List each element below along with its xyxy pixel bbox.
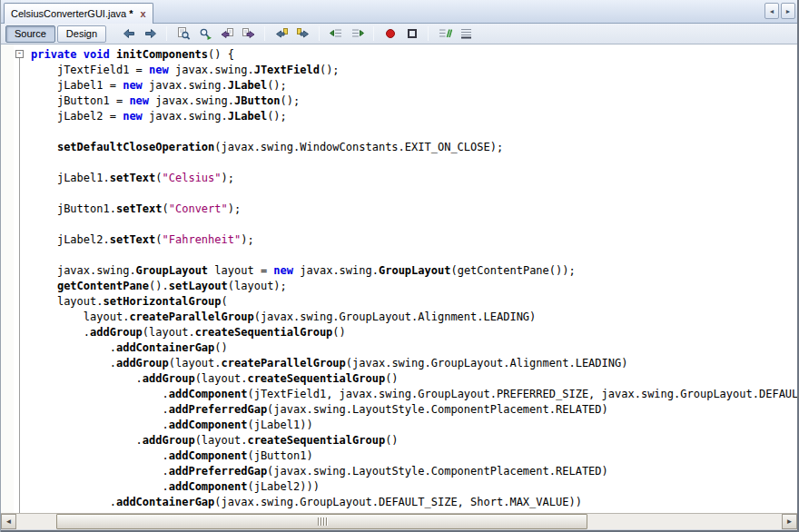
code-line[interactable]: .addComponent(jButton1) [31, 448, 797, 464]
tab-close-icon[interactable]: x [140, 9, 145, 18]
code-line[interactable]: jButton1 = new javax.swing.JButton(); [31, 94, 797, 109]
stop-macro-icon[interactable] [402, 25, 421, 43]
toolbar-icon-strip [119, 25, 476, 43]
code-line[interactable]: jLabel1 = new javax.swing.JLabel(); [31, 78, 797, 94]
record-macro-icon[interactable] [380, 25, 400, 43]
code-line[interactable]: .addPreferredGap(javax.swing.LayoutStyle… [31, 402, 797, 418]
tab-scroll-right-button[interactable]: ► [781, 3, 795, 19]
code-area[interactable]: private void initComponents() { jTextFie… [31, 44, 797, 510]
code-line[interactable]: .addComponent(jLabel1)) [31, 418, 797, 433]
toolbar-separator [373, 26, 374, 41]
code-line[interactable] [31, 217, 797, 232]
source-view-button[interactable]: Source [5, 25, 55, 43]
comment-icon[interactable] [435, 25, 454, 43]
scrollbar-thumb[interactable] [56, 514, 587, 529]
thumb-grip [321, 517, 321, 526]
scroll-left-button[interactable]: ◄ [1, 514, 16, 529]
design-view-button[interactable]: Design [57, 25, 106, 43]
tab-scroller-group: ◄ ► [764, 3, 795, 19]
code-line[interactable]: .addGroup(layout.createSequentialGroup() [31, 371, 797, 387]
toolbar-separator [166, 26, 167, 41]
scroll-right-button[interactable]: ► [782, 514, 797, 529]
next-bookmark-icon[interactable] [293, 25, 312, 43]
modified-marker: * [129, 8, 133, 19]
code-line[interactable]: layout.setHorizontalGroup( [31, 294, 797, 310]
find-selection-icon[interactable] [173, 25, 192, 43]
code-line[interactable]: jLabel1.setText("Celsius"); [31, 171, 797, 186]
code-line[interactable]: .addContainerGap(javax.swing.GroupLayout… [31, 495, 797, 510]
nav-back-icon[interactable] [119, 25, 138, 43]
code-line[interactable]: setDefaultCloseOperation(javax.swing.Win… [31, 140, 797, 155]
toolbar-separator [319, 26, 320, 41]
code-line[interactable]: .addContainerGap() [31, 340, 797, 356]
tab-celsiusconvertergui-java[interactable]: CelsiusConverterGUI.java* x [4, 3, 153, 24]
code-line[interactable]: jLabel2 = new javax.swing.JLabel(); [31, 109, 797, 124]
code-line[interactable]: jTextField1 = new javax.swing.JTextField… [31, 63, 797, 78]
code-line[interactable]: .addGroup(layout.createSequentialGroup() [31, 433, 797, 448]
thumb-grip [323, 517, 324, 526]
shift-line-left-icon[interactable] [326, 25, 345, 43]
fold-toggle-icon[interactable]: - [15, 50, 24, 58]
tab-scroll-left-button[interactable]: ◄ [764, 3, 779, 19]
shift-line-right-icon[interactable] [348, 25, 367, 43]
glyph-gutter[interactable] [1, 44, 14, 513]
horizontal-scrollbar: ◄ ► [1, 513, 797, 529]
code-line[interactable] [31, 124, 797, 140]
fold-guide-line [19, 58, 20, 513]
code-line[interactable]: javax.swing.GroupLayout layout = new jav… [31, 263, 797, 279]
code-line[interactable]: layout.createParallelGroup(javax.swing.G… [31, 310, 797, 325]
code-editor[interactable]: - private void initComponents() { jTextF… [1, 44, 797, 513]
code-line[interactable]: .addComponent(jTextField1, javax.swing.G… [31, 387, 797, 402]
code-line[interactable]: private void initComponents() { [31, 47, 797, 63]
code-line[interactable] [31, 186, 797, 202]
code-line[interactable]: .addGroup(layout.createSequentialGroup() [31, 325, 797, 340]
previous-bookmark-icon[interactable] [271, 25, 291, 43]
previous-usage-icon[interactable] [217, 25, 236, 43]
editor-toolbar: Source Design [1, 24, 797, 44]
toolbar-separator [428, 26, 429, 41]
editor-tab-bar: CelsiusConverterGUI.java* x ◄ ► [1, 0, 797, 24]
uncomment-icon[interactable] [457, 25, 476, 43]
code-line[interactable] [31, 155, 797, 171]
find-next-occurrence-icon[interactable] [195, 25, 214, 43]
code-line[interactable]: jLabel2.setText("Fahrenheit"); [31, 232, 797, 248]
code-line[interactable] [31, 248, 797, 263]
scrollbar-track[interactable] [16, 514, 782, 529]
thumb-grip [326, 517, 327, 526]
toolbar-separator [264, 26, 265, 41]
tab-label: CelsiusConverterGUI.java* [11, 8, 133, 19]
code-line[interactable]: .addPreferredGap(javax.swing.LayoutStyle… [31, 464, 797, 479]
code-line[interactable]: getContentPane().setLayout(layout); [31, 279, 797, 294]
code-line[interactable]: .addComponent(jLabel2))) [31, 479, 797, 495]
ide-editor-window: CelsiusConverterGUI.java* x ◄ ► Source D… [0, 0, 799, 532]
code-line[interactable]: .addGroup(layout.createParallelGroup(jav… [31, 356, 797, 371]
thumb-grip [318, 517, 319, 526]
next-usage-icon[interactable] [239, 25, 258, 43]
nav-forward-icon[interactable] [141, 25, 160, 43]
code-line[interactable]: jButton1.setText("Convert"); [31, 202, 797, 217]
